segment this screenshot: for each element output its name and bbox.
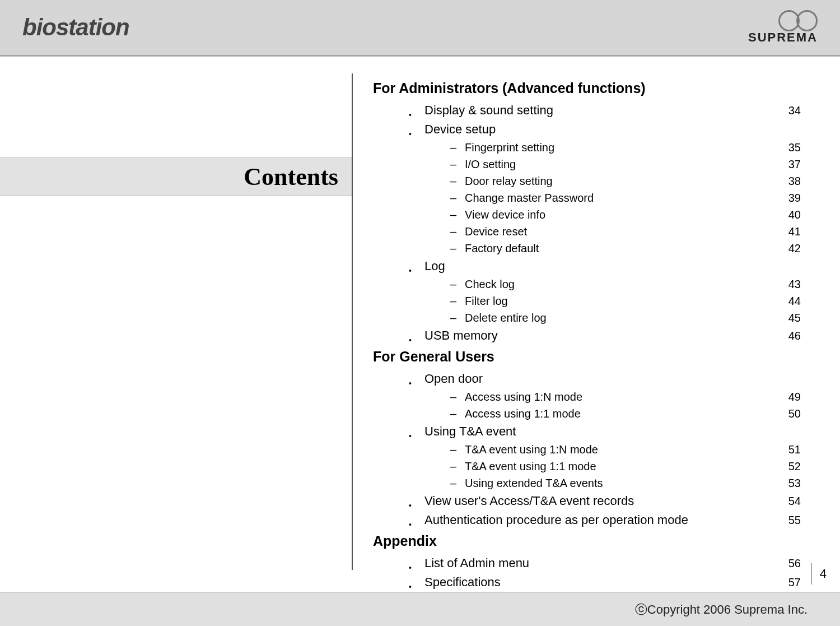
toc-subitem: T&A event using 1:N mode51 <box>465 441 801 458</box>
toc-subitem: Change master Password39 <box>465 189 801 206</box>
toc-subitem-label: Fingerprint setting <box>465 139 554 156</box>
toc-subitem-label: View device info <box>465 206 545 223</box>
toc-subitem-label: T&A event using 1:1 mode <box>465 458 596 475</box>
toc-item: Device setup <box>424 120 801 139</box>
toc-section-title: For General Users <box>373 349 801 365</box>
toc-sublist-wrap: Fingerprint setting35 I/O setting37 Door… <box>424 139 801 257</box>
toc-item: Display & sound setting 34 <box>424 101 801 120</box>
toc-subitem-page: 45 <box>788 309 801 326</box>
toc-subitem: Access using 1:N mode49 <box>465 388 801 405</box>
toc-item-label: View user's Access/T&A event records <box>424 491 634 511</box>
toc-subitem-label: Using extended T&A events <box>465 475 603 491</box>
toc-subitem-label: Access using 1:N mode <box>465 388 582 405</box>
toc-subitem-label: T&A event using 1:N mode <box>465 441 598 458</box>
toc-sublist-wrap: T&A event using 1:N mode51 T&A event usi… <box>424 441 801 491</box>
page-header: biostation SUPREMA <box>0 0 840 55</box>
toc-sublist: T&A event using 1:N mode51 T&A event usi… <box>465 441 801 491</box>
toc-item: Open door <box>424 369 801 388</box>
toc-item-page: 46 <box>788 326 801 345</box>
toc-subitem-page: 50 <box>788 405 801 422</box>
infinity-icon <box>778 10 818 29</box>
toc-list: Display & sound setting 34 Device setup … <box>424 101 801 345</box>
page-number-box: 4 <box>811 563 827 585</box>
toc-subitem-page: 40 <box>788 206 801 223</box>
toc-subitem: Fingerprint setting35 <box>465 139 801 156</box>
logo-biostation: biostation <box>22 14 129 41</box>
toc-subitem-label: Door relay setting <box>465 173 553 189</box>
toc-subitem-label: Filter log <box>465 293 508 309</box>
toc-subitem-page: 43 <box>788 276 801 293</box>
contents-title: Contents <box>244 163 338 191</box>
toc-subitem-page: 37 <box>788 156 801 173</box>
vertical-divider <box>352 73 353 570</box>
toc-item-page: 56 <box>788 554 801 573</box>
toc-sublist-wrap: Access using 1:N mode49 Access using 1:1… <box>424 388 801 422</box>
toc-subitem-label: I/O setting <box>465 156 516 173</box>
logo-suprema: SUPREMA <box>748 10 818 45</box>
page-number: 4 <box>820 567 827 581</box>
document-page: biostation SUPREMA Contents For Administ… <box>0 0 840 626</box>
toc-subitem: Filter log44 <box>465 293 801 309</box>
toc-item: Authentication procedure as per operatio… <box>424 511 801 530</box>
toc-item-page: 57 <box>788 573 801 592</box>
toc-item-page: 34 <box>788 101 801 120</box>
toc-subitem-label: Access using 1:1 mode <box>465 405 581 422</box>
toc-subitem-page: 41 <box>788 223 801 240</box>
toc-item: View user's Access/T&A event records 54 <box>424 491 801 511</box>
toc-item-label: Authentication procedure as per operatio… <box>424 511 688 530</box>
toc-subitem: Device reset41 <box>465 223 801 240</box>
toc-subitem: I/O setting37 <box>465 156 801 173</box>
toc-column: For Administrators (Advanced functions) … <box>373 57 840 587</box>
toc-subitem: Using extended T&A events53 <box>465 475 801 491</box>
toc-subitem-label: Change master Password <box>465 189 594 206</box>
copyright-text: ⓒCopyright 2006 Suprema Inc. <box>635 601 808 618</box>
toc-item-label: Specifications <box>424 573 501 592</box>
toc-item-label: List of Admin menu <box>424 554 529 573</box>
page-body: Contents For Administrators (Advanced fu… <box>0 57 840 587</box>
toc-item: Specifications57 <box>424 573 801 592</box>
toc-item-label: Display & sound setting <box>424 101 553 120</box>
toc-item-label: Log <box>424 257 445 276</box>
toc-subitem: Door relay setting38 <box>465 173 801 189</box>
toc-item: List of Admin menu56 <box>424 554 801 573</box>
toc-section-title: For Administrators (Advanced functions) <box>373 80 801 96</box>
toc-subitem: Delete entire log45 <box>465 309 801 326</box>
toc-subitem-page: 52 <box>788 458 801 475</box>
toc-item: Log <box>424 257 801 276</box>
page-footer: ⓒCopyright 2006 Suprema Inc. <box>0 592 840 626</box>
toc-section-title: Appendix <box>373 533 801 549</box>
toc-subitem-page: 39 <box>788 189 801 206</box>
toc-sublist: Access using 1:N mode49 Access using 1:1… <box>465 388 801 422</box>
toc-item-label: Device setup <box>424 120 496 139</box>
toc-subitem: Check log43 <box>465 276 801 293</box>
logo-suprema-text: SUPREMA <box>748 30 818 45</box>
toc-subitem-page: 42 <box>788 240 801 257</box>
toc-sublist-wrap: Check log43 Filter log44 Delete entire l… <box>424 276 801 326</box>
toc-subitem: T&A event using 1:1 mode52 <box>465 458 801 475</box>
toc-subitem-page: 38 <box>788 173 801 189</box>
toc-subitem: Factory default42 <box>465 240 801 257</box>
toc-item-page: 54 <box>788 491 801 511</box>
toc-subitem-page: 51 <box>788 441 801 458</box>
left-column: Contents <box>0 57 352 587</box>
toc-subitem-label: Check log <box>465 276 515 293</box>
toc-subitem-page: 35 <box>788 139 801 156</box>
toc-subitem: View device info40 <box>465 206 801 223</box>
toc-item: USB memory 46 <box>424 326 801 345</box>
contents-title-box: Contents <box>0 157 352 196</box>
toc-item-label: Open door <box>424 369 483 388</box>
toc-item-label: Using T&A event <box>424 422 516 441</box>
toc-subitem-page: 49 <box>788 388 801 405</box>
toc-item: Using T&A event <box>424 422 801 441</box>
toc-sublist: Fingerprint setting35 I/O setting37 Door… <box>465 139 801 257</box>
logo-biostation-text: biostation <box>22 14 129 40</box>
toc-subitem-page: 44 <box>788 293 801 309</box>
toc-sublist: Check log43 Filter log44 Delete entire l… <box>465 276 801 326</box>
toc-subitem-page: 53 <box>788 475 801 491</box>
toc-subitem-label: Factory default <box>465 240 539 257</box>
toc-subitem-label: Delete entire log <box>465 309 547 326</box>
toc-subitem-label: Device reset <box>465 223 527 240</box>
toc-item-label: USB memory <box>424 326 498 345</box>
toc-subitem: Access using 1:1 mode50 <box>465 405 801 422</box>
toc-list: Open door Access using 1:N mode49 Access… <box>424 369 801 530</box>
